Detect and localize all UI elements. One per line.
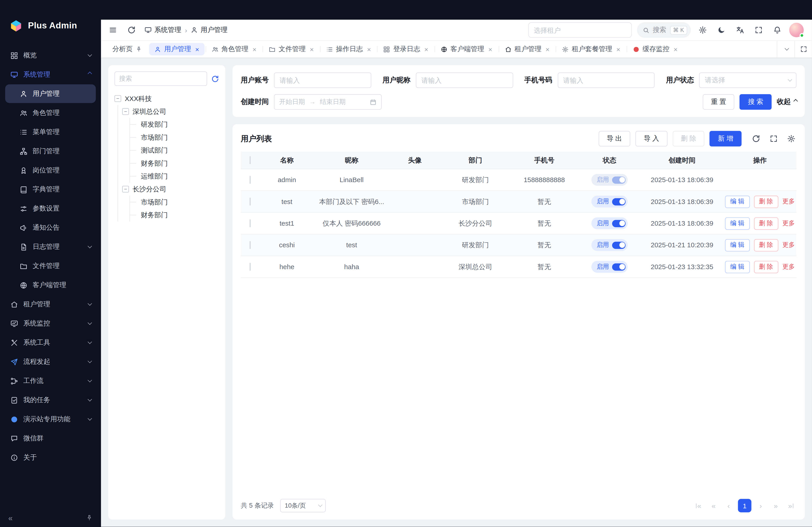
tree-node-dept[interactable]: 运维部门 — [130, 170, 219, 183]
tree-refresh-button[interactable] — [211, 75, 219, 82]
tree-node-dept[interactable]: 财务部门 — [130, 157, 219, 170]
edit-button[interactable]: 编 辑 — [725, 195, 750, 208]
close-icon[interactable]: × — [616, 46, 620, 52]
row-checkbox[interactable] — [250, 198, 251, 205]
status-toggle[interactable]: 启用 — [591, 239, 628, 251]
row-checkbox[interactable] — [250, 241, 251, 249]
close-icon[interactable]: × — [310, 46, 314, 52]
refresh-page-button[interactable] — [125, 23, 138, 37]
tree-node-changsha[interactable]: − 长沙分公司 — [122, 183, 219, 195]
sidebar-item-dict-mgmt[interactable]: 字典管理 — [5, 180, 96, 199]
delete-row-button[interactable]: 删 除 — [754, 217, 778, 229]
sidebar-item-system-mgmt[interactable]: 系统管理 — [5, 65, 96, 84]
sidebar-item-param-settings[interactable]: 参数设置 — [5, 199, 96, 218]
toggle-switch[interactable] — [612, 198, 626, 205]
tab-cache-monitor[interactable]: 缓存监控 × — [626, 41, 684, 57]
sidebar-item-role-mgmt[interactable]: 角色管理 — [5, 104, 96, 122]
toggle-switch[interactable] — [612, 263, 626, 270]
tree-toggle-icon[interactable]: − — [122, 186, 129, 193]
sidebar-item-file-mgmt[interactable]: 文件管理 — [5, 257, 96, 275]
select-all-checkbox[interactable] — [250, 156, 251, 164]
row-checkbox[interactable] — [250, 263, 251, 270]
toggle-switch[interactable] — [612, 220, 626, 227]
page-size-select[interactable]: 10条/页 — [280, 499, 326, 512]
tab-analysis[interactable]: 分析页 — [106, 41, 148, 57]
tab-tenant-mgmt[interactable]: 租户管理 × — [498, 41, 556, 57]
add-button[interactable]: 新 增 — [710, 131, 741, 147]
tab-list-dropdown-button[interactable] — [777, 41, 794, 57]
close-icon[interactable]: × — [673, 46, 677, 52]
sidebar-item-system-monitor[interactable]: 系统监控 — [5, 314, 96, 333]
edit-button[interactable]: 编 辑 — [725, 239, 750, 251]
tree-toggle-icon[interactable]: − — [114, 95, 121, 102]
tree-node-dept[interactable]: 研发部门 — [130, 118, 219, 131]
tree-node-dept[interactable]: 市场部门 — [130, 131, 219, 144]
more-button[interactable]: 更多 — [782, 262, 795, 271]
sidebar-pin-icon[interactable] — [86, 514, 93, 521]
edit-button[interactable]: 编 辑 — [725, 260, 750, 273]
sidebar-item-my-tasks[interactable]: 我的任务 — [5, 391, 96, 409]
status-toggle[interactable]: 启用 — [591, 261, 628, 273]
tree-node-dept[interactable]: 财务部门 — [130, 209, 219, 221]
status-select[interactable]: 请选择 — [699, 72, 796, 88]
status-toggle[interactable]: 启用 — [591, 174, 628, 186]
dark-mode-toggle[interactable] — [714, 23, 728, 37]
nickname-input[interactable] — [416, 72, 513, 88]
sidebar-item-client-mgmt[interactable]: 客户端管理 — [5, 276, 96, 295]
close-icon[interactable]: × — [488, 46, 492, 52]
export-button[interactable]: 导 出 — [598, 131, 630, 147]
import-button[interactable]: 导 入 — [635, 131, 667, 147]
fullscreen-button[interactable] — [752, 23, 766, 37]
close-icon[interactable]: × — [252, 46, 256, 52]
tab-client-mgmt[interactable]: 客户端管理 × — [434, 41, 498, 57]
next-page-button[interactable]: › — [755, 499, 766, 512]
row-checkbox[interactable] — [250, 176, 251, 184]
settings-button[interactable] — [696, 23, 710, 37]
tab-login-log[interactable]: 登录日志 × — [377, 41, 434, 57]
close-icon[interactable]: × — [367, 46, 371, 52]
delete-row-button[interactable]: 删 除 — [754, 260, 778, 273]
toggle-switch[interactable] — [612, 176, 626, 183]
tree-node-shenzhen[interactable]: − 深圳总公司 — [122, 105, 219, 118]
breadcrumb-user-mgmt[interactable]: 用户管理 — [191, 25, 228, 34]
language-switch-button[interactable] — [733, 23, 747, 37]
sidebar-item-system-tools[interactable]: 系统工具 — [5, 333, 96, 352]
sidebar-item-tenant-mgmt[interactable]: 租户管理 — [5, 295, 96, 314]
tenant-select-input[interactable] — [528, 22, 632, 38]
table-fullscreen-button[interactable] — [768, 133, 779, 144]
hamburger-menu-button[interactable] — [106, 23, 120, 37]
delete-button[interactable]: 删 除 — [672, 131, 705, 147]
close-icon[interactable]: × — [424, 46, 428, 52]
more-button[interactable]: 更多 — [782, 197, 795, 206]
collapse-filters-button[interactable]: 收起 — [777, 97, 796, 107]
close-icon[interactable]: × — [195, 46, 199, 52]
user-avatar[interactable] — [789, 23, 804, 37]
sidebar-item-log-mgmt[interactable]: 日志管理 — [5, 238, 96, 256]
sidebar-item-notice[interactable]: 通知公告 — [5, 219, 96, 237]
sidebar-item-overview[interactable]: 概览 — [5, 46, 96, 65]
prev-page-button[interactable]: ‹ — [723, 499, 735, 512]
prev-5-pages-button[interactable]: « — [708, 499, 719, 512]
delete-row-button[interactable]: 删 除 — [754, 195, 778, 208]
status-toggle[interactable]: 启用 — [591, 196, 628, 208]
sidebar-item-process-start[interactable]: 流程发起 — [5, 352, 96, 371]
more-button[interactable]: 更多 — [782, 219, 795, 228]
tree-node-dept[interactable]: 市场部门 — [130, 196, 219, 209]
tab-role-mgmt[interactable]: 角色管理 × — [205, 41, 263, 57]
delete-row-button[interactable]: 删 除 — [754, 239, 778, 251]
tree-node-dept[interactable]: 测试部门 — [130, 144, 219, 157]
phone-input[interactable] — [557, 72, 655, 88]
tab-operation-log[interactable]: 操作日志 × — [320, 41, 377, 57]
table-settings-button[interactable] — [786, 133, 796, 144]
last-page-button[interactable]: » — [785, 499, 797, 512]
tree-search-input[interactable] — [114, 72, 207, 86]
notifications-button[interactable] — [770, 23, 784, 37]
edit-button[interactable]: 编 辑 — [725, 217, 750, 229]
search-button[interactable]: 搜 索 — [740, 94, 771, 110]
row-checkbox[interactable] — [250, 219, 251, 227]
first-page-button[interactable]: « — [693, 499, 705, 512]
table-refresh-button[interactable] — [751, 133, 761, 144]
sidebar-collapse-button[interactable]: « — [8, 514, 13, 521]
tab-file-mgmt[interactable]: 文件管理 × — [263, 41, 320, 57]
sidebar-item-about[interactable]: 关于 — [5, 448, 96, 467]
